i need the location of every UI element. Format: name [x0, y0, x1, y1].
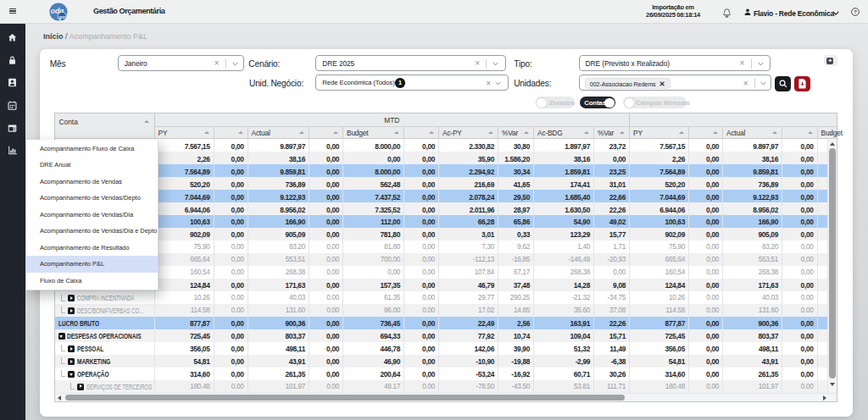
- svg-text:?: ?: [854, 9, 857, 14]
- svg-text:go: go: [58, 14, 66, 19]
